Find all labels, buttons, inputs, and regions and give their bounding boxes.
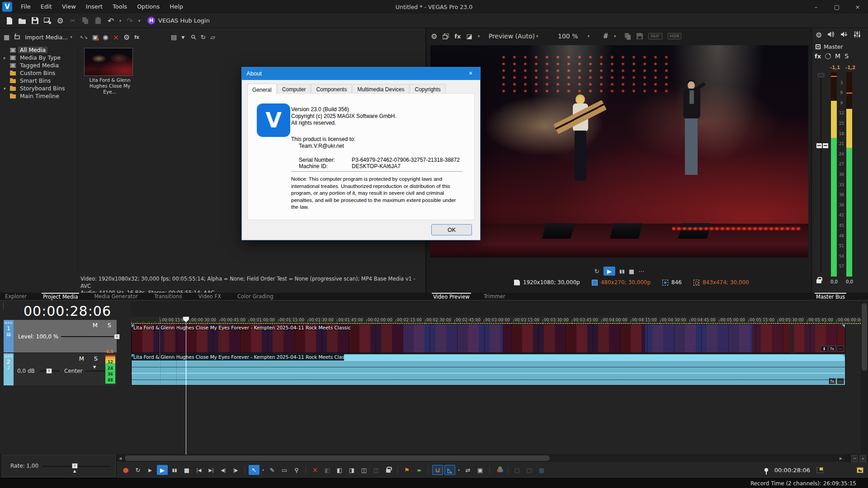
redo-dropdown[interactable]: ▾ — [137, 15, 142, 26]
track2-gain-handle[interactable]: II — [46, 368, 52, 374]
pin-icon[interactable] — [764, 468, 768, 472]
normal-edit-tool-button[interactable]: ↖ — [249, 465, 259, 475]
audio-track-tab[interactable]: ooo 2 ♪ — [4, 353, 14, 385]
tab-explorer[interactable]: Explorer — [4, 293, 28, 300]
previous-frame-button[interactable]: ◀| — [218, 465, 229, 475]
insert-marker-button[interactable]: ⚑ — [401, 465, 412, 475]
slip-trim-button[interactable]: ◫ — [371, 465, 382, 475]
menu-item[interactable]: View — [57, 0, 81, 14]
event-fx-button[interactable]: fx — [829, 378, 836, 384]
speaker-icon[interactable] — [828, 31, 835, 39]
import-media-button[interactable]: Import Media... ▾ — [25, 34, 75, 41]
media-thumbnail[interactable]: Lita Ford & Glenn Hughes Close My Eye... — [84, 48, 136, 95]
import-media-icon[interactable] — [14, 33, 20, 41]
scroll-left-icon[interactable]: ◀ — [117, 455, 124, 462]
paste-attributes-button[interactable]: ▢ — [524, 465, 535, 475]
tree-item[interactable]: Smart Bins — [0, 77, 77, 84]
media-properties-gear-icon[interactable]: ⚙ — [123, 33, 130, 42]
vertical-scrollbar[interactable] — [861, 300, 868, 455]
horizontal-scrollbar[interactable]: ◀ ▶ — [117, 455, 844, 462]
keyboard-focus-icon[interactable] — [857, 467, 863, 473]
track2-peak-readout[interactable]: -1,1 — [104, 349, 114, 354]
tree-item[interactable]: ▸ Media By Type — [0, 54, 77, 61]
preview-pause-button[interactable]: ▮▮ — [619, 268, 625, 274]
360-mode-icon[interactable]: 360° — [648, 33, 662, 39]
grid-overlay-dropdown[interactable]: ▾ — [614, 34, 619, 38]
media-fx-icon[interactable]: fx — [134, 35, 139, 40]
separator[interactable] — [306, 466, 306, 474]
tree-item[interactable]: ▾ Storyboard Bins — [0, 84, 77, 92]
loop-region-icon[interactable] — [816, 467, 823, 473]
menu-item[interactable]: File — [16, 0, 36, 14]
preview-stop-button[interactable]: ■ — [629, 268, 634, 275]
event-more-button[interactable]: ⋯ — [837, 346, 844, 352]
minimize-button[interactable]: – — [806, 0, 826, 14]
timeline-ruler[interactable]: 00:00:15:0000:00:30:0000:00:45:0000:01:0… — [131, 317, 868, 324]
preview-play-button[interactable]: ▶ — [604, 267, 615, 276]
hdr-mode-icon[interactable]: HDR — [668, 33, 681, 39]
downmix-icon[interactable] — [841, 31, 848, 39]
tab-transitions[interactable]: Transitions — [153, 293, 184, 300]
group-events-button[interactable]: ▣ — [475, 465, 486, 475]
event-more-button[interactable]: ⋯ — [837, 378, 844, 384]
zoom-edit-tool-button[interactable]: ⚲ — [291, 465, 302, 475]
tab-master-bus[interactable]: Master Bus — [815, 293, 846, 300]
trim-start-button[interactable]: ◧ — [322, 465, 333, 475]
separator[interactable] — [397, 466, 398, 474]
tab-project-media[interactable]: Project Media — [42, 293, 80, 300]
tree-item[interactable]: All Media — [0, 46, 77, 54]
search-icon[interactable]: ⚲ — [189, 33, 198, 42]
views-dropdown[interactable]: ▾ — [181, 33, 187, 41]
track1-mute-button[interactable]: M — [93, 322, 98, 328]
split-screen-dropdown[interactable]: ▾ — [478, 34, 483, 38]
about-dialog-titlebar[interactable]: About — [242, 67, 480, 80]
selection-timecode[interactable]: 00:00:28:06 — [774, 467, 810, 474]
close-button[interactable]: × — [847, 0, 868, 14]
menu-item[interactable]: Help — [165, 0, 188, 14]
vegas-hub-login[interactable]: H VEGAS Hub Login — [147, 17, 210, 24]
trim-end-button[interactable]: ◨ — [346, 465, 357, 475]
vertical-scrollbar-thumb[interactable] — [862, 303, 867, 371]
track2-pan-marker[interactable]: ▼ — [93, 365, 96, 369]
ignore-event-grouping-button[interactable]: ⇄ — [462, 465, 473, 475]
copy-button[interactable] — [80, 15, 91, 26]
peak-readout-right[interactable]: -1,2 — [845, 65, 855, 70]
event-stream-icon[interactable]: ⬇ — [821, 346, 828, 352]
views-icon[interactable]: ▤ — [171, 33, 177, 41]
track1-level-handle[interactable]: II — [114, 334, 120, 339]
auto-ripple-button[interactable]: ◺ — [444, 465, 455, 475]
gear-icon[interactable]: ⚙ — [54, 15, 66, 26]
video-output-fx-icon[interactable]: fx — [454, 33, 461, 40]
delete-button[interactable]: × — [310, 465, 321, 475]
grid-overlay-icon[interactable]: # — [603, 32, 609, 40]
track1-solo-button[interactable]: S — [108, 322, 111, 328]
lock-icon[interactable] — [816, 279, 821, 283]
timecode-display[interactable]: 00:00:28:06 — [24, 303, 111, 319]
remove-media-icon[interactable]: × — [113, 33, 118, 42]
loop-playback-button[interactable]: ↻ — [132, 465, 143, 475]
event-fx-button[interactable]: fx — [829, 346, 836, 352]
insert-region-button[interactable]: ▸▸ — [414, 465, 425, 475]
save-snapshot-icon[interactable] — [637, 33, 643, 39]
copy-snapshot-icon[interactable] — [625, 33, 631, 40]
extract-audio-icon[interactable]: ◉ — [103, 33, 108, 41]
external-monitor-icon[interactable] — [443, 33, 449, 39]
master-fx-button[interactable]: fx — [815, 53, 821, 60]
tab-media-generator[interactable]: Media Generator — [93, 293, 139, 300]
horizontal-scrollbar-thumb[interactable] — [125, 455, 550, 461]
video-event[interactable]: Lita Ford & Glenn Hughes Close My Eyes F… — [131, 324, 845, 353]
separator[interactable] — [245, 466, 245, 474]
play-button[interactable]: ▶ — [157, 465, 168, 475]
swap-media-icon[interactable]: ↖↘ — [80, 35, 88, 40]
drag-handle[interactable]: ⋮⋮⋮ — [1, 302, 3, 309]
mixer-sliders-icon[interactable] — [854, 31, 860, 39]
capture-video-icon[interactable]: ▣ — [92, 33, 98, 41]
preview-quality-dropdown[interactable]: Preview (Auto)▾ — [489, 33, 542, 40]
separator[interactable] — [489, 466, 490, 474]
stop-button[interactable]: ■ — [181, 465, 192, 475]
tag-icon[interactable]: ▱ — [210, 33, 215, 41]
gear-icon[interactable]: ⚙ — [816, 31, 822, 39]
tab-trimmer[interactable]: Trimmer — [482, 293, 506, 300]
edit-tool-dropdown[interactable]: ▾ — [261, 465, 265, 475]
track2-pan-slider[interactable] — [85, 371, 106, 371]
